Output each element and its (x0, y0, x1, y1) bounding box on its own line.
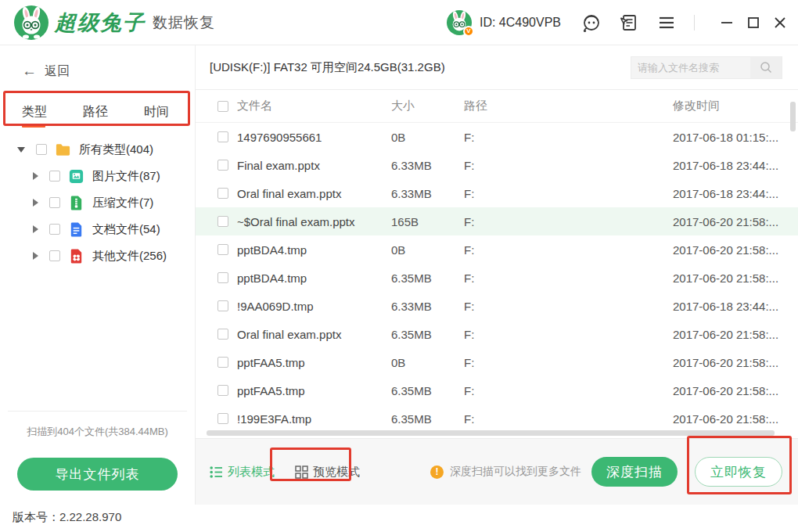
expand-arrow-icon[interactable] (33, 172, 38, 180)
tree-label: 所有类型(404) (79, 142, 153, 157)
column-header-name[interactable]: 文件名 (237, 99, 391, 113)
warning-icon: ! (430, 466, 444, 479)
minimize-button[interactable] (720, 16, 734, 30)
table-row[interactable]: 1497690955661 0B F: 2017-06-18 01:15:... (196, 123, 798, 151)
tree-checkbox[interactable] (49, 197, 60, 208)
row-checkbox[interactable] (217, 329, 228, 340)
table-row[interactable]: ~$Oral final exam.pptx 165B F: 2017-06-2… (196, 207, 798, 235)
titlebar-separator (694, 15, 695, 31)
cell-file-size: 6.33MB (391, 300, 464, 313)
customer-service-icon[interactable] (581, 13, 602, 33)
tree-item-doc-files[interactable]: 文档文件(54) (0, 216, 195, 243)
close-button[interactable] (773, 16, 787, 30)
table-row[interactable]: pptFAA5.tmp 0B F: 2017-06-20 21:58:... (196, 348, 798, 376)
tab-type[interactable]: 类型 (22, 104, 47, 120)
scan-summary: 扫描到404个文件(共384.44MB) (0, 425, 195, 439)
expand-arrow-icon[interactable] (33, 199, 38, 207)
cell-file-name: pptBDA4.tmp (237, 271, 391, 285)
cell-file-size: 6.33MB (391, 187, 464, 200)
app-window: 超级兔子 数据恢复 V (0, 0, 798, 505)
cell-file-size: 165B (391, 215, 464, 228)
cell-file-size: 0B (391, 243, 464, 257)
cell-file-name: ~$Oral final exam.pptx (237, 215, 391, 228)
row-checkbox[interactable] (217, 131, 228, 142)
table-row[interactable]: !9AA069D.tmp 6.33MB F: 2017-06-18 23:44:… (196, 292, 798, 320)
back-button[interactable]: ← 返回 (0, 45, 195, 80)
cell-modified-time: 2017-06-20 21:58:... (673, 356, 798, 369)
feedback-icon[interactable] (619, 13, 639, 33)
tab-path[interactable]: 路径 (83, 104, 108, 120)
preview-mode-label: 预览模式 (313, 465, 360, 480)
table-row[interactable]: Oral final exam.pptx 6.33MB F: 2017-06-1… (196, 179, 798, 207)
user-id: ID: 4C490VPB (480, 16, 561, 30)
table-row[interactable]: pptBDA4.tmp 0B F: 2017-06-20 21:58:... (196, 235, 798, 264)
cell-file-size: 6.35MB (391, 384, 464, 397)
tree-checkbox[interactable] (49, 171, 60, 182)
collapse-arrow-icon[interactable] (17, 147, 25, 153)
cell-file-path: F: (464, 356, 673, 369)
table-header: 文件名 大小 路径 修改时间 (196, 90, 798, 123)
cell-modified-time: 2017-06-20 21:58:... (673, 215, 798, 228)
row-checkbox[interactable] (217, 385, 228, 396)
table-row[interactable]: !199E3FA.tmp 6.35MB F: 2017-06-20 21:58:… (196, 404, 798, 433)
row-checkbox[interactable] (217, 188, 228, 199)
row-checkbox[interactable] (217, 300, 228, 311)
table-row[interactable]: pptBDA4.tmp 6.35MB F: 2017-06-20 21:58:.… (196, 264, 798, 292)
table-row[interactable]: pptFAA5.tmp 6.35MB F: 2017-06-20 21:58:.… (196, 376, 798, 404)
app-subtitle: 数据恢复 (153, 13, 215, 33)
row-checkbox[interactable] (217, 272, 228, 283)
vertical-scrollbar[interactable] (790, 102, 796, 131)
search-button[interactable] (750, 57, 782, 78)
tab-time[interactable]: 时间 (144, 104, 169, 120)
row-checkbox[interactable] (217, 160, 228, 171)
select-all-checkbox[interactable] (217, 101, 228, 112)
tree-item-image-files[interactable]: 图片文件(87) (0, 163, 195, 189)
cell-file-name: Final exam.pptx (237, 159, 391, 172)
recover-now-button[interactable]: 立即恢复 (695, 457, 782, 487)
preview-mode-toggle[interactable]: 预览模式 (295, 465, 360, 480)
image-file-icon (68, 168, 84, 185)
list-mode-toggle[interactable]: 列表模式 (210, 465, 275, 480)
cell-file-name: Oral final exam.pptx (237, 328, 391, 341)
cell-modified-time: 2017-06-20 21:58:... (673, 271, 798, 285)
search-input[interactable] (631, 57, 750, 78)
column-header-size[interactable]: 大小 (391, 99, 464, 113)
cell-file-path: F: (464, 384, 673, 397)
titlebar: 超级兔子 数据恢复 V (0, 0, 798, 45)
app-root: 超级兔子 数据恢复 V (0, 0, 798, 532)
tree-item-other-files[interactable]: 其他文件(256) (0, 243, 195, 269)
deep-scan-button[interactable]: 深度扫描 (591, 457, 678, 487)
horizontal-scrollbar[interactable] (207, 430, 775, 436)
row-checkbox[interactable] (217, 413, 228, 424)
table-row[interactable]: Oral final exam.pptx 6.35MB F: 2017-06-2… (196, 320, 798, 348)
maximize-button[interactable] (746, 16, 760, 30)
table-row[interactable]: Final exam.pptx 6.33MB F: 2017-06-18 23:… (196, 151, 798, 179)
row-checkbox[interactable] (217, 216, 228, 227)
export-file-list-button[interactable]: 导出文件列表 (17, 458, 178, 491)
column-header-path[interactable]: 路径 (464, 99, 673, 113)
tree-checkbox[interactable] (49, 250, 60, 261)
bottom-bar: 列表模式 预览模式 ! 深度扫描可以找到更多文件 深度扫描 立即恢 (196, 438, 798, 505)
tree-checkbox[interactable] (49, 224, 60, 235)
tree-item-archive-files[interactable]: 压缩文件(7) (0, 189, 195, 216)
cell-modified-time: 2017-06-20 21:58:... (673, 243, 798, 257)
row-checkbox[interactable] (217, 244, 228, 255)
avatar[interactable]: V (447, 10, 472, 35)
column-header-mtime[interactable]: 修改时间 (673, 99, 798, 113)
version-label: 版本号：2.22.28.970 (13, 510, 121, 525)
expand-arrow-icon[interactable] (33, 252, 38, 260)
cell-file-path: F: (464, 271, 673, 285)
cell-modified-time: 2017-06-18 01:15:... (673, 131, 798, 144)
tree-item-all-types[interactable]: 所有类型(404) (0, 136, 195, 163)
cell-file-name: pptFAA5.tmp (237, 384, 391, 397)
expand-arrow-icon[interactable] (33, 225, 38, 233)
menu-icon[interactable] (656, 13, 677, 33)
doc-file-icon (68, 221, 84, 238)
row-checkbox[interactable] (217, 357, 228, 368)
tree-label: 文档文件(54) (92, 222, 160, 237)
sidebar-tabs: 类型 路径 时间 (0, 95, 195, 128)
cell-modified-time: 2017-06-20 21:58:... (673, 384, 798, 397)
cell-modified-time: 2017-06-18 23:44:... (673, 159, 798, 172)
tree-checkbox[interactable] (36, 144, 47, 155)
vip-badge: V (463, 26, 474, 37)
